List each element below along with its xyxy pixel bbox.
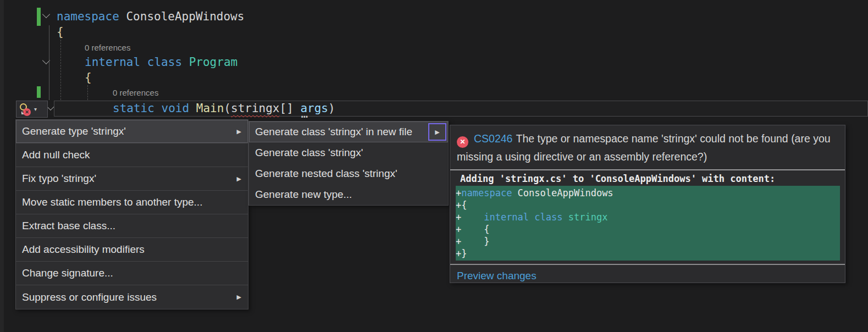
error-message: The type or namespace name 'stringx' cou… [457, 132, 831, 163]
menu-item-label: Generate new type... [255, 189, 441, 201]
quick-action-menu-item[interactable]: Extract base class... [16, 214, 248, 238]
generate-submenu-item[interactable]: Generate class 'stringx' [249, 142, 448, 163]
menu-item-label: Generate class 'stringx' [255, 147, 441, 159]
error-description: ✕CS0246The type or namespace name 'strin… [450, 125, 845, 168]
submenu-arrow-icon: ▶ [237, 294, 241, 301]
menu-item-label: Change signature... [22, 267, 241, 279]
diff-added-line: + { [456, 223, 840, 235]
generate-submenu-item[interactable]: Generate new type... [249, 184, 448, 205]
error-code-link[interactable]: CS0246 [474, 132, 512, 145]
indent-guide-line [87, 85, 88, 100]
editor-left-margin [0, 0, 4, 332]
quick-action-menu-item[interactable]: Suppress or configure issues▶ [16, 285, 248, 309]
submenu-arrow-icon: ▶ [237, 175, 241, 182]
lightbulb-dropdown-icon[interactable]: ▾ [34, 106, 37, 112]
suggestion-dots-icon: … [301, 106, 308, 121]
menu-item-label: Generate nested class 'stringx' [255, 168, 441, 180]
quick-action-menu-item[interactable]: Add null check [16, 143, 248, 167]
code-line: { [57, 24, 64, 40]
preview-flyout-button[interactable]: ▶ [428, 123, 446, 141]
code-line: namespace ConsoleAppWindows [57, 9, 244, 24]
quick-action-menu-item[interactable]: Add accessibility modifiers [16, 238, 248, 262]
quick-action-menu-item[interactable]: Generate type 'stringx'▶ [16, 120, 248, 143]
menu-item-label: Add null check [22, 149, 241, 161]
menu-item-label: Generate type 'stringx' [22, 125, 233, 137]
menu-item-label: Fix typo 'stringx' [22, 173, 233, 185]
generate-submenu-item[interactable]: Generate class 'stringx' in new file▶ [249, 121, 448, 142]
fold-chevron-icon[interactable] [47, 103, 54, 110]
quick-actions-lightbulb-button[interactable]: ✕ ▾ [16, 101, 48, 118]
code-line: static void Main(stringx[] args…) [113, 101, 335, 116]
code-line: internal class Program [85, 54, 237, 70]
diff-added-line: +{ [456, 199, 840, 211]
quick-actions-menu: Generate type 'stringx'▶Add null checkFi… [15, 119, 248, 309]
diff-added-line: + } [456, 235, 840, 247]
preview-changes-link[interactable]: Preview changes [450, 265, 845, 287]
scope-guide-line [49, 25, 49, 100]
lightbulb-icon: ✕ [19, 103, 29, 115]
quick-action-menu-item[interactable]: Move static members to another type... [16, 191, 248, 214]
added-code-preview: +namespace ConsoleAppWindows+{+ internal… [456, 186, 840, 261]
diff-added-line: + internal class stringx [456, 211, 840, 223]
codelens-references-link[interactable]: 0 references [113, 88, 158, 97]
quick-action-menu-item[interactable]: Fix typo 'stringx'▶ [16, 167, 248, 191]
error-badge-icon: ✕ [23, 108, 31, 116]
menu-item-label: Suppress or configure issues [22, 291, 233, 303]
error-icon: ✕ [457, 136, 468, 148]
menu-item-label: Add accessibility modifiers [22, 244, 241, 256]
diff-added-line: +namespace ConsoleAppWindows [456, 187, 840, 199]
change-bar-icon [37, 86, 41, 98]
diff-added-line: +} [456, 247, 840, 259]
error-squiggle-token: stringx [231, 102, 280, 115]
fix-preview-pane: ✕CS0246The type or namespace name 'strin… [450, 125, 845, 283]
fold-chevron-icon[interactable] [42, 10, 50, 18]
submenu-arrow-icon: ▶ [237, 128, 241, 135]
code-line: { [85, 70, 92, 85]
quick-action-menu-item[interactable]: Change signature... [16, 262, 248, 285]
menu-item-label: Move static members to another type... [22, 196, 241, 208]
diff-header: Adding 'stringx.cs' to 'ConsoleAppWindow… [450, 170, 845, 186]
generate-type-submenu: Generate class 'stringx' in new file▶Gen… [248, 121, 449, 206]
menu-item-label: Generate class 'stringx' in new file [255, 126, 441, 138]
menu-item-label: Extract base class... [22, 220, 241, 232]
generate-submenu-item[interactable]: Generate nested class 'stringx' [249, 163, 448, 184]
change-bar-icon [37, 8, 41, 26]
codelens-references-link[interactable]: 0 references [85, 43, 130, 52]
code-editor: namespace ConsoleAppWindows{internal cla… [0, 0, 868, 332]
